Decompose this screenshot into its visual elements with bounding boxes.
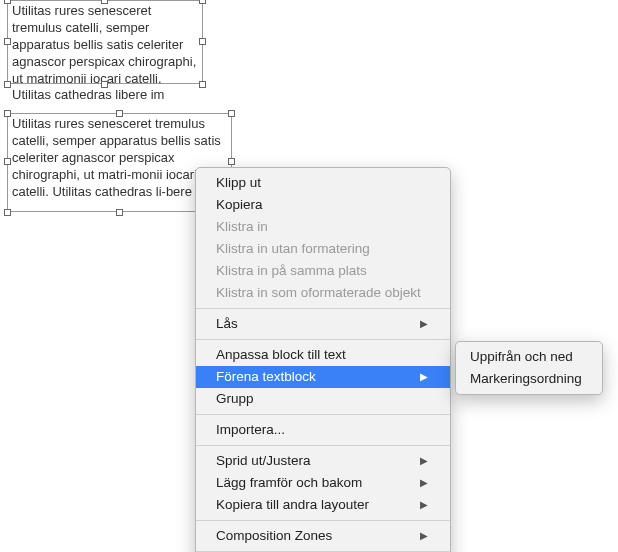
- menu-label: Composition Zones: [216, 527, 332, 545]
- menu-label: Klistra in: [216, 218, 268, 236]
- menu-paste: Klistra in: [196, 216, 450, 238]
- menu-paste-in-place: Klistra in på samma plats: [196, 260, 450, 282]
- text-block-b-content: Utilitas rures senesceret tremulus catel…: [12, 116, 221, 199]
- menu-cut[interactable]: Klipp ut: [196, 172, 450, 194]
- menu-spread[interactable]: Sprid ut/Justera ▶: [196, 450, 450, 472]
- menu-import[interactable]: Importera...: [196, 419, 450, 441]
- menu-label: Klipp ut: [216, 174, 261, 192]
- text-block-a[interactable]: Utilitas rures senesceret tremulus catel…: [7, 0, 203, 84]
- menu-copy-layouts[interactable]: Kopiera till andra layouter ▶: [196, 494, 450, 516]
- handle-icon[interactable]: [199, 81, 206, 88]
- menu-separator: [196, 308, 450, 309]
- context-menu: Klipp ut Kopiera Klistra in Klistra in u…: [195, 167, 451, 552]
- chevron-right-icon: ▶: [420, 474, 428, 492]
- handle-icon[interactable]: [116, 110, 123, 117]
- menu-separator: [196, 520, 450, 521]
- submenu-selection-order[interactable]: Markeringsordning: [456, 368, 602, 390]
- chevron-right-icon: ▶: [420, 368, 428, 386]
- handle-icon[interactable]: [228, 110, 235, 117]
- handle-icon[interactable]: [4, 81, 11, 88]
- menu-arrange[interactable]: Lägg framför och bakom ▶: [196, 472, 450, 494]
- menu-paste-no-format: Klistra in utan formatering: [196, 238, 450, 260]
- menu-label: Sprid ut/Justera: [216, 452, 311, 470]
- chevron-right-icon: ▶: [420, 315, 428, 333]
- handle-icon[interactable]: [4, 38, 11, 45]
- menu-separator: [196, 414, 450, 415]
- handle-icon[interactable]: [199, 38, 206, 45]
- handle-icon[interactable]: [4, 0, 11, 4]
- menu-label: Klistra in som oformaterade objekt: [216, 284, 421, 302]
- menu-label: Klistra in på samma plats: [216, 262, 367, 280]
- handle-icon[interactable]: [4, 158, 11, 165]
- handle-icon[interactable]: [228, 158, 235, 165]
- handle-icon[interactable]: [101, 81, 108, 88]
- chevron-right-icon: ▶: [420, 496, 428, 514]
- menu-group[interactable]: Grupp: [196, 388, 450, 410]
- chevron-right-icon: ▶: [420, 452, 428, 470]
- menu-label: Anpassa block till text: [216, 346, 346, 364]
- menu-label: Lägg framför och bakom: [216, 474, 362, 492]
- menu-label: Kopiera till andra layouter: [216, 496, 369, 514]
- submenu-merge-textblocks: Uppifrån och ned Markeringsordning: [455, 341, 603, 395]
- menu-label: Lås: [216, 315, 238, 333]
- menu-merge-textblocks[interactable]: Förena textblock ▶: [196, 366, 450, 388]
- menu-label: Grupp: [216, 390, 254, 408]
- menu-label: Klistra in utan formatering: [216, 240, 370, 258]
- menu-fit-box[interactable]: Anpassa block till text: [196, 344, 450, 366]
- handle-icon[interactable]: [116, 209, 123, 216]
- menu-copy[interactable]: Kopiera: [196, 194, 450, 216]
- menu-separator: [196, 445, 450, 446]
- menu-label: Uppifrån och ned: [470, 348, 573, 366]
- menu-label: Markeringsordning: [470, 370, 582, 388]
- menu-separator: [196, 339, 450, 340]
- handle-icon[interactable]: [199, 0, 206, 4]
- menu-label: Kopiera: [216, 196, 263, 214]
- menu-lock[interactable]: Lås ▶: [196, 313, 450, 335]
- handle-icon[interactable]: [4, 209, 11, 216]
- menu-composition-zones[interactable]: Composition Zones ▶: [196, 525, 450, 547]
- submenu-top-down[interactable]: Uppifrån och ned: [456, 346, 602, 368]
- handle-icon[interactable]: [4, 110, 11, 117]
- chevron-right-icon: ▶: [420, 527, 428, 545]
- menu-label: Importera...: [216, 421, 285, 439]
- menu-paste-unformatted-obj: Klistra in som oformaterade objekt: [196, 282, 450, 304]
- menu-label: Förena textblock: [216, 368, 316, 386]
- handle-icon[interactable]: [101, 0, 108, 4]
